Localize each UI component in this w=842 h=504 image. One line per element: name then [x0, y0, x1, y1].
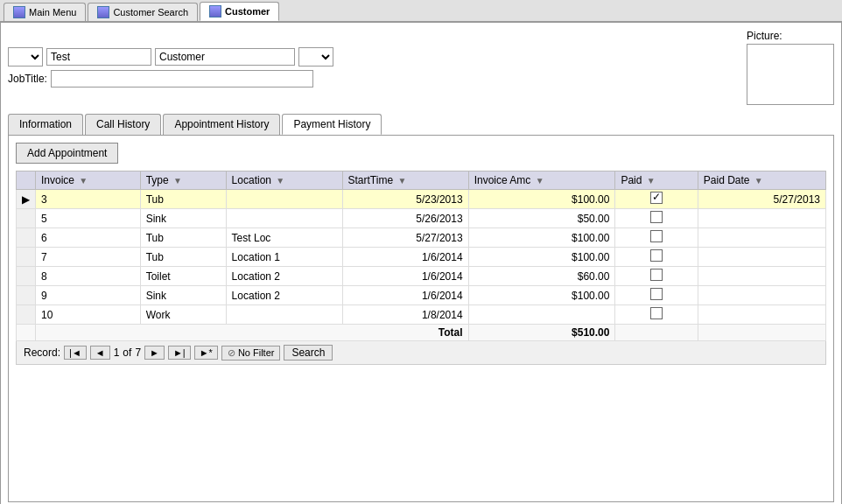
cell-paid[interactable] [615, 190, 698, 209]
col-header-type[interactable]: Type ▼ [140, 172, 226, 190]
table-row[interactable]: 10Work1/8/2014 [17, 305, 826, 325]
cell-paid[interactable] [615, 228, 698, 248]
cell-type: Tub [140, 228, 226, 248]
paid-checkbox[interactable] [650, 269, 663, 281]
record-nav: Record: |◄ ◄ 1 of 7 ► ►| ►* ⊘ No Filter … [16, 341, 826, 365]
main-content: Mr. Ms. Dr. Jr. Sr. JobTitle: Picture: [0, 22, 842, 504]
no-filter-button[interactable]: ⊘ No Filter [221, 346, 281, 360]
col-header-starttime[interactable]: StartTime ▼ [342, 172, 468, 190]
add-appointment-button[interactable]: Add Appointment [16, 143, 118, 164]
cell-invoice: 8 [36, 267, 141, 286]
tab-payment-history[interactable]: Payment History [282, 114, 382, 135]
last-name-input[interactable] [155, 48, 295, 66]
table-row[interactable]: ▶3Tub5/23/2013$100.005/27/2013 [17, 190, 826, 209]
search-button[interactable]: Search [284, 345, 333, 360]
sort-arrow-type: ▼ [173, 176, 182, 186]
paid-checkbox[interactable] [650, 211, 663, 223]
record-of-label: of [123, 346, 131, 359]
table-row[interactable]: 8ToiletLocation 21/6/2014$60.00 [17, 267, 826, 286]
cell-invoice: 7 [36, 248, 141, 267]
cell-paid[interactable] [615, 248, 698, 267]
col-header-invoice[interactable]: Invoice ▼ [36, 172, 141, 190]
nav-prev-button[interactable]: ◄ [90, 346, 110, 360]
sort-arrow-invoice-amount: ▼ [536, 176, 544, 186]
salutation-dropdown[interactable]: Mr. Ms. Dr. [8, 47, 43, 66]
cell-location: Test Loc [226, 228, 342, 248]
paid-checkbox[interactable] [650, 192, 663, 204]
tab-icon-customer-search [97, 6, 109, 18]
sort-arrow-paid-date: ▼ [754, 176, 763, 186]
cell-starttime: 5/27/2013 [342, 228, 468, 248]
col-header-paid-date[interactable]: Paid Date ▼ [698, 172, 825, 190]
row-indicator [17, 305, 36, 325]
tab-main-menu[interactable]: Main Menu [4, 3, 86, 21]
cell-paid[interactable] [615, 267, 698, 286]
tab-customer-search[interactable]: Customer Search [88, 3, 198, 21]
sort-arrow-starttime: ▼ [397, 176, 406, 186]
cell-invoice: 10 [36, 305, 141, 325]
cell-type: Tub [140, 190, 226, 209]
cell-type: Sink [140, 286, 226, 305]
cell-starttime: 1/6/2014 [342, 267, 468, 286]
record-total: 7 [135, 346, 141, 359]
cell-location [226, 209, 342, 228]
paid-checkbox[interactable] [650, 230, 663, 242]
cell-paid[interactable] [615, 209, 698, 228]
nav-new-button[interactable]: ►* [194, 346, 218, 360]
cell-type: Sink [140, 209, 226, 228]
jobtitle-input[interactable] [51, 70, 313, 88]
paid-checkbox[interactable] [650, 307, 663, 319]
row-indicator [17, 286, 36, 305]
tab-label-information: Information [19, 118, 72, 130]
cell-starttime: 1/6/2014 [342, 286, 468, 305]
cell-starttime: 1/8/2014 [342, 305, 468, 325]
cell-starttime: 5/23/2013 [342, 190, 468, 209]
cell-paid-date: 5/27/2013 [698, 190, 825, 209]
tab-call-history[interactable]: Call History [85, 114, 161, 135]
jobtitle-row: JobTitle: [8, 70, 747, 88]
col-header-invoice-amount[interactable]: Invoice Amc ▼ [468, 172, 615, 190]
table-row[interactable]: 6TubTest Loc5/27/2013$100.00 [17, 228, 826, 248]
cell-paid[interactable] [615, 305, 698, 325]
table-row[interactable]: 5Sink5/26/2013$50.00 [17, 209, 826, 228]
cell-location: Location 2 [226, 267, 342, 286]
total-amount: $510.00 [468, 325, 615, 341]
col-header-paid[interactable]: Paid ▼ [615, 172, 698, 190]
nav-next-button[interactable]: ► [144, 346, 165, 360]
col-header-location[interactable]: Location ▼ [226, 172, 342, 190]
cell-starttime: 1/6/2014 [342, 248, 468, 267]
cell-invoice: 9 [36, 286, 141, 305]
cell-amount: $100.00 [468, 228, 615, 248]
table-row[interactable]: 9SinkLocation 21/6/2014$100.00 [17, 286, 826, 305]
nav-last-button[interactable]: ►| [168, 346, 191, 360]
tab-appointment-history[interactable]: Appointment History [163, 114, 280, 135]
tab-label-call-history: Call History [96, 118, 150, 130]
cell-type: Work [140, 305, 226, 325]
cell-location [226, 305, 342, 325]
paid-checkbox[interactable] [650, 249, 663, 262]
row-indicator [17, 228, 36, 248]
paid-checkbox[interactable] [650, 288, 663, 300]
suffix-dropdown[interactable]: Jr. Sr. [298, 47, 333, 66]
header-left: Mr. Ms. Dr. Jr. Sr. JobTitle: [8, 47, 747, 88]
nav-first-button[interactable]: |◄ [64, 346, 87, 360]
cell-type: Tub [140, 248, 226, 267]
table-row[interactable]: 7TubLocation 11/6/2014$100.00 [17, 248, 826, 267]
cell-starttime: 5/26/2013 [342, 209, 468, 228]
sort-arrow-location: ▼ [276, 176, 284, 186]
tab-information[interactable]: Information [8, 114, 83, 135]
tab-customer[interactable]: Customer [200, 2, 279, 21]
cell-paid-date [698, 286, 825, 305]
sort-arrow-paid: ▼ [647, 176, 656, 186]
cell-paid[interactable] [615, 286, 698, 305]
cell-paid-date [698, 228, 825, 248]
cell-invoice: 6 [36, 228, 141, 248]
first-name-input[interactable] [46, 48, 151, 66]
cell-paid-date [698, 267, 825, 286]
jobtitle-label: JobTitle: [8, 73, 47, 85]
sort-arrow-invoice: ▼ [79, 176, 88, 186]
tab-label-customer: Customer [225, 6, 270, 17]
inner-tab-bar: Information Call History Appointment His… [8, 114, 834, 135]
picture-label: Picture: [747, 30, 782, 42]
top-tab-bar: Main Menu Customer Search Customer [0, 0, 842, 22]
